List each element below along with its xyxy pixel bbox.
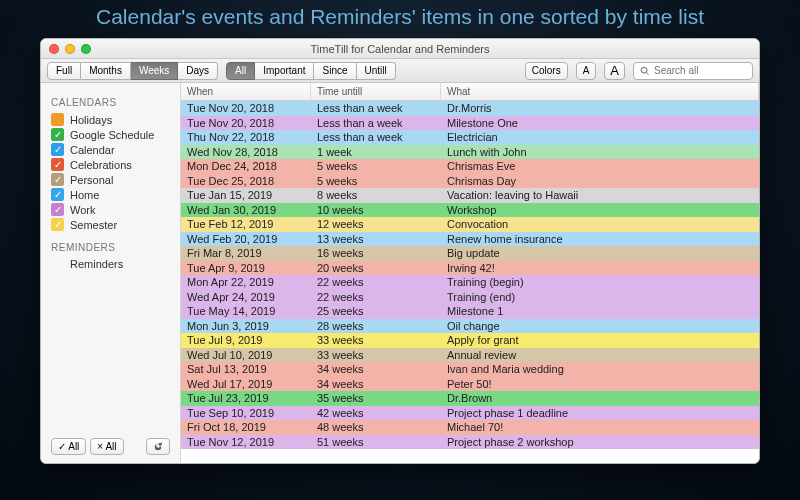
sidebar-item-google-schedule[interactable]: ✓Google Schedule: [51, 127, 170, 142]
cell-when: Mon Dec 24, 2018: [181, 159, 311, 174]
table-row[interactable]: Tue Nov 12, 201951 weeksProject phase 2 …: [181, 435, 759, 450]
sidebar-item-label: Google Schedule: [70, 129, 154, 141]
sidebar-item-home[interactable]: ✓Home: [51, 187, 170, 202]
table-row[interactable]: Tue Jul 9, 201933 weeksApply for grant: [181, 333, 759, 348]
sidebar-item-work[interactable]: ✓Work: [51, 202, 170, 217]
cell-until: 5 weeks: [311, 174, 441, 189]
sidebar-item-holidays[interactable]: Holidays: [51, 112, 170, 127]
view-seg-full[interactable]: Full: [47, 62, 81, 80]
table-row[interactable]: Tue Nov 20, 2018Less than a weekDr.Morri…: [181, 101, 759, 116]
table-row[interactable]: Wed Feb 20, 201913 weeksRenew home insur…: [181, 232, 759, 247]
sidebar-item-label: Semester: [70, 219, 117, 231]
table-row[interactable]: Wed Jul 17, 201934 weeksPeter 50!: [181, 377, 759, 392]
search-input[interactable]: [654, 65, 744, 76]
cell-until: Less than a week: [311, 101, 441, 116]
cell-until: Less than a week: [311, 130, 441, 145]
minimize-icon[interactable]: [65, 44, 75, 54]
table-row[interactable]: Mon Jun 3, 201928 weeksOil change: [181, 319, 759, 334]
table-row[interactable]: Tue Sep 10, 201942 weeksProject phase 1 …: [181, 406, 759, 421]
table-row[interactable]: Tue Nov 20, 2018Less than a weekMileston…: [181, 116, 759, 131]
cell-when: Wed Jul 17, 2019: [181, 377, 311, 392]
table-row[interactable]: Thu Nov 22, 2018Less than a weekElectric…: [181, 130, 759, 145]
font-smaller-button[interactable]: A: [576, 62, 597, 80]
check-all-button[interactable]: ✓ All: [51, 438, 86, 455]
refresh-button[interactable]: [146, 438, 170, 455]
table-row[interactable]: Mon Dec 24, 20185 weeksChrismas Eve: [181, 159, 759, 174]
cell-when: Thu Nov 22, 2018: [181, 130, 311, 145]
sidebar-item-celebrations[interactable]: ✓Celebrations: [51, 157, 170, 172]
calendar-checkbox[interactable]: ✓: [51, 173, 64, 186]
view-seg-weeks[interactable]: Weeks: [131, 62, 178, 80]
calendar-checkbox[interactable]: ✓: [51, 158, 64, 171]
cell-when: Mon Apr 22, 2019: [181, 275, 311, 290]
calendar-checkbox[interactable]: ✓: [51, 143, 64, 156]
cell-when: Tue May 14, 2019: [181, 304, 311, 319]
cell-what: Training (end): [441, 290, 759, 305]
filter-seg-all[interactable]: All: [226, 62, 255, 80]
filter-seg-untill[interactable]: Untill: [357, 62, 396, 80]
filter-segmented-control: AllImportantSinceUntill: [226, 62, 396, 80]
cell-what: Training (begin): [441, 275, 759, 290]
colors-button[interactable]: Colors: [525, 62, 568, 80]
cell-until: 48 weeks: [311, 420, 441, 435]
cell-what: Annual review: [441, 348, 759, 363]
cell-until: 16 weeks: [311, 246, 441, 261]
cell-what: Vacation: leaving to Hawaii: [441, 188, 759, 203]
uncheck-all-button[interactable]: × All: [90, 438, 123, 455]
cell-what: Project phase 2 workshop: [441, 435, 759, 450]
table-row[interactable]: Tue Dec 25, 20185 weeksChrismas Day: [181, 174, 759, 189]
cell-when: Tue Sep 10, 2019: [181, 406, 311, 421]
col-what[interactable]: What: [441, 83, 759, 100]
col-until[interactable]: Time untill: [311, 83, 441, 100]
sidebar-item-label: Work: [70, 204, 95, 216]
cell-until: 34 weeks: [311, 362, 441, 377]
table-row[interactable]: Mon Apr 22, 201922 weeksTraining (begin): [181, 275, 759, 290]
table-row[interactable]: Fri Oct 18, 201948 weeksMichael 70!: [181, 420, 759, 435]
calendar-checkbox[interactable]: ✓: [51, 203, 64, 216]
cell-until: 51 weeks: [311, 435, 441, 450]
calendar-checkbox[interactable]: [51, 113, 64, 126]
table-row[interactable]: Tue Feb 12, 201912 weeksConvocation: [181, 217, 759, 232]
table-row[interactable]: Tue Jan 15, 20198 weeksVacation: leaving…: [181, 188, 759, 203]
headline: Calendar's events and Reminders' items i…: [96, 4, 704, 30]
table-row[interactable]: Tue Apr 9, 201920 weeksIrwing 42!: [181, 261, 759, 276]
table-row[interactable]: Tue Jul 23, 201935 weeksDr.Brown: [181, 391, 759, 406]
view-seg-months[interactable]: Months: [81, 62, 131, 80]
search-icon: [640, 66, 650, 76]
table-row[interactable]: Wed Jan 30, 201910 weeksWorkshop: [181, 203, 759, 218]
cell-when: Mon Jun 3, 2019: [181, 319, 311, 334]
cell-what: Renew home insurance: [441, 232, 759, 247]
table-row[interactable]: Tue May 14, 201925 weeksMilestone 1: [181, 304, 759, 319]
cell-what: Project phase 1 deadline: [441, 406, 759, 421]
cell-when: Sat Jul 13, 2019: [181, 362, 311, 377]
cell-until: 25 weeks: [311, 304, 441, 319]
table-row[interactable]: Wed Apr 24, 201922 weeksTraining (end): [181, 290, 759, 305]
view-seg-days[interactable]: Days: [178, 62, 218, 80]
calendar-checkbox[interactable]: ✓: [51, 188, 64, 201]
cell-when: Tue Dec 25, 2018: [181, 174, 311, 189]
table-row[interactable]: Fri Mar 8, 201916 weeksBig update: [181, 246, 759, 261]
close-icon[interactable]: [49, 44, 59, 54]
sidebar-item-personal[interactable]: ✓Personal: [51, 172, 170, 187]
cell-when: Tue Nov 12, 2019: [181, 435, 311, 450]
search-field[interactable]: [633, 62, 753, 80]
zoom-icon[interactable]: [81, 44, 91, 54]
font-larger-button[interactable]: A: [604, 62, 625, 80]
titlebar[interactable]: TimeTill for Calendar and Reminders: [41, 39, 759, 59]
sidebar-item-reminders[interactable]: Reminders: [51, 257, 170, 271]
col-when[interactable]: When: [181, 83, 311, 100]
filter-seg-important[interactable]: Important: [255, 62, 314, 80]
table-row[interactable]: Sat Jul 13, 201934 weeksIvan and Maria w…: [181, 362, 759, 377]
sidebar-item-semester[interactable]: ✓Semester: [51, 217, 170, 232]
filter-seg-since[interactable]: Since: [314, 62, 356, 80]
table-row[interactable]: Wed Jul 10, 201933 weeksAnnual review: [181, 348, 759, 363]
cell-what: Ivan and Maria wedding: [441, 362, 759, 377]
cell-until: 12 weeks: [311, 217, 441, 232]
table-row[interactable]: Wed Nov 28, 20181 weekLunch with John: [181, 145, 759, 160]
cell-until: 20 weeks: [311, 261, 441, 276]
calendar-checkbox[interactable]: ✓: [51, 218, 64, 231]
sidebar-item-calendar[interactable]: ✓Calendar: [51, 142, 170, 157]
cell-until: 33 weeks: [311, 333, 441, 348]
cell-until: 34 weeks: [311, 377, 441, 392]
calendar-checkbox[interactable]: ✓: [51, 128, 64, 141]
